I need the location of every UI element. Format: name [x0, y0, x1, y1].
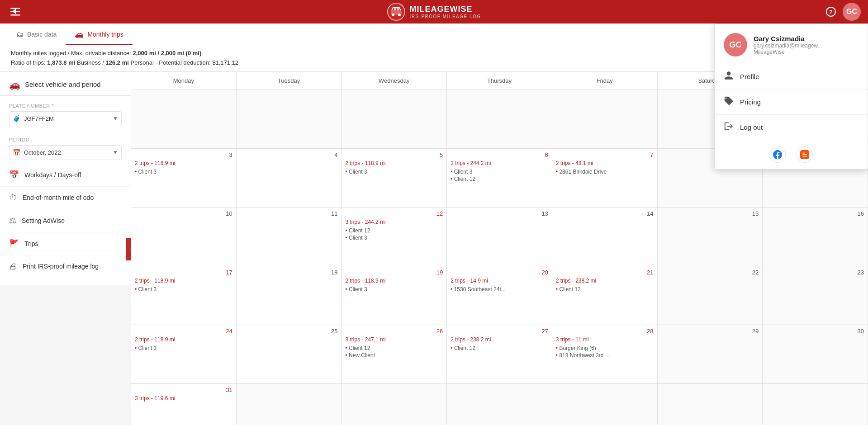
sidebar-header-label: Select vehicle and period: [25, 80, 101, 88]
blogger-button[interactable]: [797, 146, 813, 163]
cal-cell[interactable]: 32 trips - 118.9 miClient 3: [131, 149, 237, 208]
sidebar-item-workdays[interactable]: 📅 Workdays / Days-off: [0, 164, 131, 187]
cal-cell[interactable]: 11: [237, 208, 342, 266]
sidebar-item-eom-odo[interactable]: ⏱ End-of-month mile of odo: [0, 187, 131, 209]
dropdown-logout[interactable]: Log out: [715, 115, 868, 140]
cal-cell[interactable]: 212 trips - 238.2 miClient 12: [552, 266, 658, 325]
cal-cell: [131, 90, 237, 149]
cal-day-number: 18: [240, 269, 338, 276]
plate-label: Plate number *: [9, 103, 122, 109]
cal-day-number: 23: [766, 269, 864, 276]
cal-header-wednesday: Wednesday: [342, 72, 447, 90]
pricing-icon: [724, 96, 734, 108]
cal-cell[interactable]: 242 trips - 118.9 miClient 3: [131, 325, 237, 384]
cal-cell[interactable]: 23: [763, 266, 868, 325]
stats-line1-pre: Monthly miles logged / Max. drivable dis…: [11, 50, 133, 57]
cal-trips-label: 2 trips - 118.9 mi: [345, 160, 443, 166]
odo-icon: ⏱: [9, 193, 17, 203]
logo-subtitle: IRS-PROOF MILEAGE LOG: [409, 14, 481, 19]
sidebar-item-print[interactable]: 🖨 Print IRS-proof mileage log: [0, 255, 131, 278]
cal-day-number: 17: [135, 269, 232, 276]
period-select[interactable]: October, 2022: [9, 145, 122, 160]
cal-cell[interactable]: 4: [237, 149, 342, 208]
dropdown-social: [715, 140, 868, 169]
cal-cell: [447, 90, 552, 149]
help-button[interactable]: ?: [823, 4, 839, 20]
plate-select-wrapper: 🧳 JGF7FF2M ▼: [9, 111, 122, 126]
sidebar-item-trips[interactable]: 🚩 Trips: [0, 232, 131, 255]
cal-header-tuesday: Tuesday: [237, 72, 342, 90]
cal-trips-label: 2 trips - 14.9 mi: [451, 278, 548, 284]
period-section: Period 📅 October, 2022 ▼: [0, 130, 131, 164]
dropdown-pricing[interactable]: Pricing: [715, 90, 868, 115]
cal-trips-label: 2 trips - 238.2 mi: [451, 336, 548, 343]
cal-day-number: 25: [240, 328, 338, 335]
cal-cell[interactable]: 13: [447, 208, 552, 266]
cal-cell[interactable]: 272 trips - 238.2 miClient 12: [447, 325, 552, 384]
cal-cell[interactable]: 14: [552, 208, 658, 266]
workdays-icon: 📅: [9, 170, 19, 180]
cal-cell[interactable]: 25: [237, 325, 342, 384]
cal-day-number: 13: [451, 210, 548, 217]
tab-basic-data[interactable]: 🗂 Basic data: [7, 25, 66, 45]
cal-cell[interactable]: 30: [763, 325, 868, 384]
cal-cell[interactable]: 15: [658, 208, 763, 266]
back-button[interactable]: [7, 4, 24, 20]
cal-day-number: 15: [661, 210, 759, 217]
cal-day-number: 16: [766, 210, 864, 217]
cal-client: Client 12: [345, 227, 443, 234]
cal-trips-label: 2 trips - 118.9 mi: [135, 160, 232, 166]
dropdown-profile[interactable]: Profile: [715, 64, 868, 90]
cal-cell[interactable]: 18: [237, 266, 342, 325]
stats-business-label: Business /: [75, 59, 105, 66]
pricing-label: Pricing: [740, 98, 761, 106]
cal-cell[interactable]: 10: [131, 208, 237, 266]
user-avatar-button[interactable]: GC: [843, 3, 861, 21]
svg-rect-7: [394, 8, 396, 10]
print-label: Print IRS-proof mileage log: [23, 263, 99, 270]
cal-trips-label: 3 trips - 119.6 mi: [135, 395, 232, 401]
tab-monthly-trips[interactable]: 🚗 Monthly trips: [66, 24, 132, 45]
cal-client: Client 3: [451, 168, 548, 175]
avatar-initials: GC: [846, 8, 857, 16]
sidebar-item-adwise[interactable]: ⚖ Setting AdWise: [0, 209, 131, 232]
cal-client: Client 3: [135, 345, 232, 352]
tab-monthly-trips-label: Monthly trips: [87, 31, 123, 38]
tab-basic-data-label: Basic data: [27, 31, 57, 38]
cal-cell[interactable]: 283 trips - 11 miBurger King (6)818 Nort…: [552, 325, 658, 384]
user-email: gary.csizmadia@mileagew...: [754, 42, 822, 49]
profile-label: Profile: [740, 73, 759, 80]
cal-cell[interactable]: 192 trips - 118.9 miClient 3: [342, 266, 447, 325]
cal-trips-label: 3 trips - 11 mi: [556, 336, 654, 343]
cal-cell[interactable]: 72 trips - 48.1 mi2861 Birkdale Drive: [552, 149, 658, 208]
dropdown-avatar-initials: GC: [730, 40, 742, 50]
workdays-label: Workdays / Days-off: [24, 171, 81, 179]
cal-cell[interactable]: 16: [763, 208, 868, 266]
cal-trips-label: 2 trips - 118.9 mi: [135, 278, 232, 284]
cal-cell[interactable]: 172 trips - 118.9 miClient 3: [131, 266, 237, 325]
cal-client: New Client: [345, 352, 443, 359]
cal-cell[interactable]: 123 trips - 244.2 miClient 12Client 3: [342, 208, 447, 266]
profile-icon: [724, 71, 734, 83]
svg-rect-8: [396, 8, 398, 10]
stats-personal-label: Personal - Potential deduction: $1,171.1…: [129, 59, 238, 66]
cal-cell[interactable]: 263 trips - 247.1 miClient 12New Client: [342, 325, 447, 384]
cal-cell[interactable]: 52 trips - 118.9 miClient 3: [342, 149, 447, 208]
stats-business-miles: 1,873.8 mi: [47, 59, 75, 66]
trips-label: Trips: [24, 240, 38, 247]
cal-cell[interactable]: 313 trips - 119.6 mi: [131, 384, 237, 425]
facebook-button[interactable]: [769, 146, 786, 163]
cal-client: Client 12: [345, 345, 443, 352]
cal-day-number: 28: [556, 328, 654, 335]
cal-client: Client 3: [345, 168, 443, 175]
plate-select[interactable]: JGF7FF2M: [9, 111, 122, 126]
cal-cell[interactable]: 29: [658, 325, 763, 384]
cal-cell: [237, 384, 342, 425]
logo-name: MILEAGEWISE: [409, 5, 481, 14]
cal-trips-label: 3 trips - 247.1 mi: [345, 336, 443, 343]
cal-cell[interactable]: 22: [658, 266, 763, 325]
cal-cell[interactable]: 202 trips - 14.9 mi1530 Southeast 24t...: [447, 266, 552, 325]
cal-day-number: 12: [345, 210, 443, 217]
cal-cell[interactable]: 63 trips - 244.2 miClient 3Client 12: [447, 149, 552, 208]
adwise-icon: ⚖: [9, 216, 16, 226]
